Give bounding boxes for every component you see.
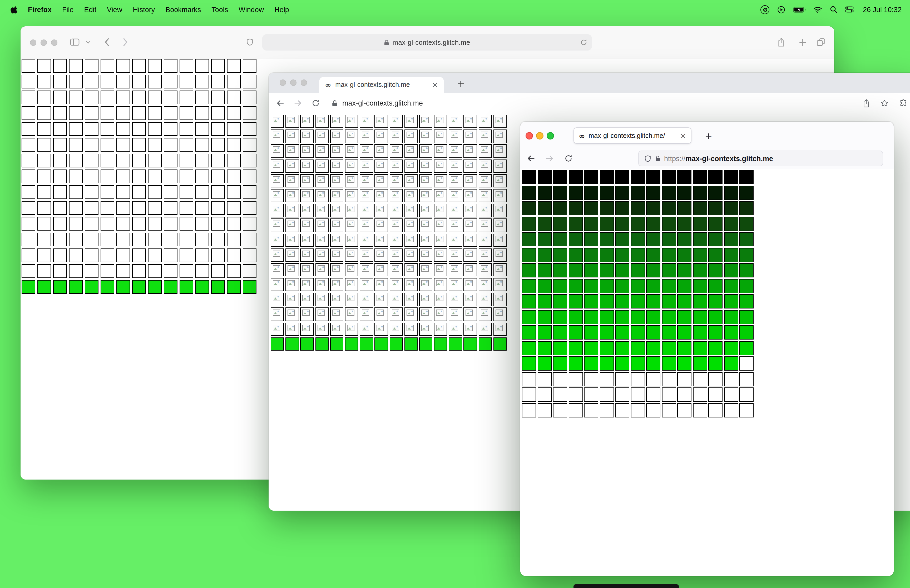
address-bar[interactable]: https://max-gl-contexts.glitch.me xyxy=(638,150,883,166)
reload-button[interactable] xyxy=(312,99,320,107)
address-bar-url[interactable]: max-gl-contexts.glitch.me xyxy=(342,99,423,107)
minimize-window-button[interactable] xyxy=(290,79,296,86)
broken-image-icon xyxy=(436,162,443,168)
canvas-cell xyxy=(600,294,614,309)
firefox-titlebar[interactable]: ∞ max-gl-contexts.glitch.me/ × + xyxy=(520,121,894,148)
new-tab-button[interactable]: + xyxy=(701,128,716,143)
zoom-window-button[interactable] xyxy=(51,39,57,46)
safari-toolbar[interactable]: max-gl-contexts.glitch.me + xyxy=(21,26,834,58)
broken-image-icon xyxy=(406,117,414,123)
canvas-cell xyxy=(345,204,358,217)
close-window-button[interactable] xyxy=(280,79,286,86)
canvas-cell xyxy=(522,403,536,417)
canvas-cell xyxy=(285,189,299,202)
new-tab-button[interactable]: + xyxy=(454,76,468,90)
canvas-cell xyxy=(404,278,418,291)
canvas-cell xyxy=(449,159,462,173)
app-menu-firefox[interactable]: Firefox xyxy=(23,5,57,13)
canvas-cell xyxy=(584,294,598,309)
chrome-tab-strip[interactable]: ∞ max-gl-contexts.glitch.me × + xyxy=(268,73,910,93)
canvas-cell xyxy=(22,106,35,120)
canvas-cell xyxy=(662,310,676,324)
canvas-cell xyxy=(164,233,178,246)
reload-icon[interactable] xyxy=(580,39,587,46)
canvas-cell xyxy=(478,204,492,217)
canvas-cell xyxy=(85,249,99,262)
battery-charging-icon[interactable] xyxy=(794,6,806,12)
chevron-down-icon[interactable] xyxy=(86,40,91,44)
privacy-shield-icon[interactable] xyxy=(246,38,254,46)
wifi-icon[interactable] xyxy=(814,6,822,13)
forward-button[interactable] xyxy=(546,154,554,163)
browser-tab[interactable]: ∞ max-gl-contexts.glitch.me/ × xyxy=(574,128,692,144)
canvas-cell xyxy=(360,129,373,143)
close-window-button[interactable] xyxy=(525,132,533,139)
canvas-cell xyxy=(553,403,567,417)
menu-tools[interactable]: Tools xyxy=(206,5,233,13)
canvas-cell xyxy=(37,249,51,262)
share-icon[interactable] xyxy=(863,99,870,108)
canvas-cell xyxy=(630,216,645,231)
canvas-cell xyxy=(116,154,130,167)
back-button[interactable] xyxy=(527,154,535,163)
zoom-window-button[interactable] xyxy=(546,132,554,139)
new-tab-icon[interactable]: + xyxy=(798,36,807,48)
canvas-cell xyxy=(646,372,660,386)
menu-bookmarks[interactable]: Bookmarks xyxy=(160,5,206,13)
menu-view[interactable]: View xyxy=(102,5,128,13)
canvas-cell xyxy=(148,154,162,167)
menu-history[interactable]: History xyxy=(128,5,160,13)
forward-button[interactable] xyxy=(294,99,302,107)
canvas-cell xyxy=(164,264,178,278)
offscreen-window-peek[interactable] xyxy=(574,584,679,588)
bookmark-star-icon[interactable] xyxy=(881,99,888,107)
menu-edit[interactable]: Edit xyxy=(79,5,102,13)
canvas-cell xyxy=(69,233,83,246)
menu-window[interactable]: Window xyxy=(233,5,269,13)
minimize-window-button[interactable] xyxy=(40,39,47,46)
address-bar[interactable]: max-gl-contexts.glitch.me xyxy=(262,34,592,50)
menu-help[interactable]: Help xyxy=(269,5,294,13)
back-button[interactable] xyxy=(104,38,110,47)
reload-button[interactable] xyxy=(564,155,572,162)
spotlight-search-icon[interactable] xyxy=(830,6,837,13)
close-window-button[interactable] xyxy=(30,39,36,46)
control-center-icon[interactable] xyxy=(845,6,854,13)
canvas-cell xyxy=(85,75,99,89)
canvas-cell xyxy=(375,115,388,128)
minimize-window-button[interactable] xyxy=(536,132,543,139)
canvas-cell xyxy=(243,122,257,136)
canvas-cell xyxy=(53,122,67,136)
canvas-cell xyxy=(148,201,162,215)
back-button[interactable] xyxy=(276,99,284,107)
play-circle-icon[interactable] xyxy=(777,5,786,13)
zoom-window-button[interactable] xyxy=(301,79,307,86)
browser-tab[interactable]: ∞ max-gl-contexts.glitch.me × xyxy=(319,77,444,93)
tab-overview-icon[interactable] xyxy=(817,38,825,46)
lock-icon[interactable] xyxy=(655,155,660,162)
broken-image-icon xyxy=(480,280,488,286)
broken-image-icon xyxy=(451,191,458,197)
canvas-cell xyxy=(375,263,388,277)
google-badge-icon[interactable]: G xyxy=(761,5,769,14)
canvas-cell xyxy=(464,189,477,202)
menu-file[interactable]: File xyxy=(57,5,79,13)
tracking-shield-icon[interactable] xyxy=(644,155,651,162)
canvas-cell xyxy=(677,325,692,339)
canvas-cell xyxy=(390,219,403,232)
lock-icon[interactable] xyxy=(332,100,338,107)
sidebar-toggle-icon[interactable] xyxy=(70,39,79,46)
menu-bar-clock[interactable]: 26 Jul 10:32 xyxy=(863,5,902,13)
close-tab-icon[interactable]: × xyxy=(432,81,438,89)
close-tab-icon[interactable]: × xyxy=(680,132,686,139)
broken-image-icon xyxy=(347,295,354,301)
extensions-puzzle-icon[interactable] xyxy=(899,99,907,107)
canvas-cell xyxy=(345,174,358,188)
share-icon[interactable] xyxy=(777,37,785,47)
canvas-cell xyxy=(375,308,388,321)
forward-button[interactable] xyxy=(123,38,128,47)
apple-menu-icon[interactable] xyxy=(11,5,18,13)
canvas-cell xyxy=(449,338,462,351)
broken-image-icon xyxy=(302,280,310,286)
menu-bar-status: G 26 Jul 10:32 xyxy=(761,5,902,14)
